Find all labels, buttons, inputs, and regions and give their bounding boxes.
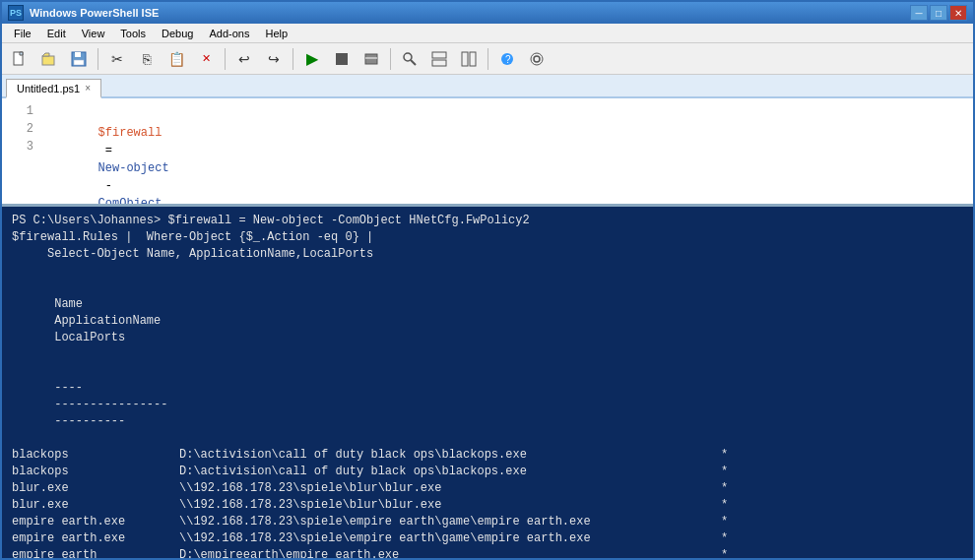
menu-item-add-ons[interactable]: Add-ons xyxy=(201,24,257,43)
sep-ports: ---------- xyxy=(54,414,125,428)
window-controls: ─ □ ✕ xyxy=(910,5,967,21)
run-button[interactable]: ▶ xyxy=(298,46,326,72)
svg-rect-1 xyxy=(42,56,54,65)
minimize-button[interactable]: ─ xyxy=(910,5,928,21)
undo-button[interactable]: ↩ xyxy=(230,46,258,72)
svg-point-18 xyxy=(531,53,543,65)
row-ports-4: * xyxy=(721,515,728,529)
console-row-4: empire earth.exe\\192.168.178.23\spiele\… xyxy=(12,514,963,530)
col-ports-header: LocalPorts xyxy=(54,331,125,344)
menu-item-file[interactable]: File xyxy=(6,24,39,43)
sep-name: ---- xyxy=(54,380,222,397)
row-name-0: blackops xyxy=(12,447,179,464)
save-button[interactable] xyxy=(65,46,93,72)
layout2-button[interactable] xyxy=(455,46,483,72)
menu-items: FileEditViewToolsDebugAdd-onsHelp xyxy=(6,24,295,43)
zoom-button[interactable] xyxy=(396,46,423,72)
row-app-5: \\192.168.178.23\spiele\empire earth\gam… xyxy=(179,530,721,547)
console-row-2: blur.exe\\192.168.178.23\spiele\blur\blu… xyxy=(12,480,963,497)
row-app-1: D:\activision\call of duty black ops\bla… xyxy=(179,464,721,480)
menu-item-view[interactable]: View xyxy=(74,24,113,43)
app-icon: PS xyxy=(8,5,24,21)
paste-button[interactable]: 📋 xyxy=(162,46,190,72)
console-col-separators: ---- ---------------- ---------- xyxy=(12,363,963,447)
row-app-6: D:\empireearth\empire earth.exe xyxy=(179,547,721,558)
row-ports-6: * xyxy=(721,548,728,558)
toolbar-separator-3 xyxy=(292,48,293,70)
menu-item-tools[interactable]: Tools xyxy=(112,24,154,43)
settings-button[interactable] xyxy=(523,46,551,72)
help-button[interactable]: ? xyxy=(493,46,521,72)
redo-button[interactable]: ↪ xyxy=(260,46,288,72)
svg-rect-4 xyxy=(75,52,81,57)
tab-label: Untitled1.ps1 xyxy=(17,83,80,94)
svg-rect-6 xyxy=(336,53,348,65)
menu-item-edit[interactable]: Edit xyxy=(39,24,74,43)
row-ports-1: * xyxy=(721,465,728,478)
stop-button[interactable] xyxy=(328,46,356,72)
row-app-4: \\192.168.178.23\spiele\empire earth\gam… xyxy=(179,514,721,530)
row-ports-0: * xyxy=(721,448,728,462)
row-name-6: empire earth xyxy=(12,547,179,558)
toolbar-separator-1 xyxy=(98,48,98,70)
window-title: Windows PowerShell ISE xyxy=(30,7,904,19)
code-line-1: $firewall = New-object - ComObject HNetC… xyxy=(41,106,973,207)
console-row-1: blackopsD:\activision\call of duty black… xyxy=(12,464,963,480)
tab-untitled1[interactable]: Untitled1.ps1 × xyxy=(6,79,101,98)
console-row-3: blur.exe\\192.168.178.23\spiele\blur\blu… xyxy=(12,497,963,514)
console-cmd-line-2: $firewall.Rules | Where-Object {$_.Actio… xyxy=(12,229,963,246)
console-row-0: blackopsD:\activision\call of duty black… xyxy=(12,447,963,464)
tab-close-button[interactable]: × xyxy=(85,83,91,93)
row-app-2: \\192.168.178.23\spiele\blur\blur.exe xyxy=(179,480,721,497)
layout-button[interactable] xyxy=(425,46,453,72)
tab-bar: Untitled1.ps1 × xyxy=(2,75,973,98)
row-app-0: D:\activision\call of duty black ops\bla… xyxy=(179,447,721,464)
kw-comobject: ComObject xyxy=(98,197,162,207)
row-ports-3: * xyxy=(721,498,728,512)
console-area[interactable]: PS C:\Users\Johannes> $firewall = New-ob… xyxy=(2,207,973,558)
row-app-3: \\192.168.178.23\spiele\blur\blur.exe xyxy=(179,497,721,514)
console-col-headers: Name ApplicationName LocalPorts xyxy=(12,280,963,363)
col-appname-header: ApplicationName xyxy=(54,313,596,330)
col-name-header: Name xyxy=(54,296,222,313)
cut-button[interactable]: ✂ xyxy=(103,46,131,72)
svg-point-9 xyxy=(404,53,412,61)
copy-button[interactable]: ⎘ xyxy=(133,46,161,72)
editor-area[interactable]: 1 2 3 $firewall = New-object - ComObject… xyxy=(2,98,973,207)
clear-button[interactable]: ✕ xyxy=(192,46,220,72)
console-row-5: empire earth.exe\\192.168.178.23\spiele\… xyxy=(12,530,963,547)
row-name-2: blur.exe xyxy=(12,480,179,497)
kw-newobject: New-object xyxy=(98,161,169,175)
toolbar-separator-2 xyxy=(225,48,226,70)
console-cmd-line-1: PS C:\Users\Johannes> $firewall = New-ob… xyxy=(12,213,963,229)
svg-rect-7 xyxy=(365,54,377,64)
maximize-button[interactable]: □ xyxy=(930,5,947,21)
title-bar: PS Windows PowerShell ISE ─ □ ✕ xyxy=(2,2,973,24)
svg-rect-12 xyxy=(432,60,446,66)
svg-marker-2 xyxy=(42,53,49,56)
row-ports-2: * xyxy=(721,481,728,495)
new-button[interactable] xyxy=(6,46,33,72)
row-name-5: empire earth.exe xyxy=(12,530,179,547)
line-numbers: 1 2 3 xyxy=(2,98,37,156)
console-cmd-line-3: Select-Object Name, ApplicationName,Loca… xyxy=(12,246,963,263)
svg-text:?: ? xyxy=(505,54,511,65)
var-firewall-1: $firewall xyxy=(98,126,162,140)
row-name-4: empire earth.exe xyxy=(12,514,179,530)
console-blank-1 xyxy=(12,263,963,280)
debug-button[interactable] xyxy=(358,46,385,72)
menu-bar: FileEditViewToolsDebugAdd-onsHelp xyxy=(2,24,973,43)
code-editor[interactable]: $firewall = New-object - ComObject HNetC… xyxy=(41,102,973,207)
row-ports-5: * xyxy=(721,531,728,545)
menu-item-help[interactable]: Help xyxy=(257,24,295,43)
svg-rect-11 xyxy=(432,52,446,58)
close-button[interactable]: ✕ xyxy=(949,5,967,21)
toolbar-separator-5 xyxy=(488,48,488,70)
svg-point-17 xyxy=(534,56,540,62)
svg-rect-14 xyxy=(470,52,476,66)
console-data-rows: blackopsD:\activision\call of duty black… xyxy=(12,447,963,558)
menu-item-debug[interactable]: Debug xyxy=(154,24,201,43)
row-name-1: blackops xyxy=(12,464,179,480)
open-button[interactable] xyxy=(35,46,63,72)
svg-rect-13 xyxy=(462,52,468,66)
